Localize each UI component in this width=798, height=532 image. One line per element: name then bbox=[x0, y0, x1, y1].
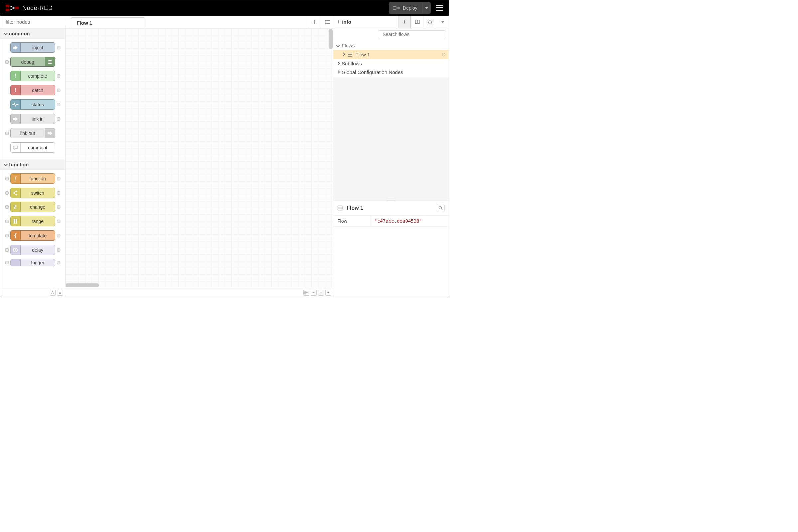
status-icon bbox=[11, 100, 21, 109]
function-icon: f bbox=[11, 174, 21, 183]
zoom-in-button[interactable]: + bbox=[325, 290, 331, 296]
node-function[interactable]: f function bbox=[10, 173, 55, 184]
deploy-icon bbox=[393, 6, 400, 10]
palette-footer bbox=[0, 288, 65, 297]
list-icon bbox=[324, 20, 330, 24]
caret-down-icon bbox=[441, 21, 444, 23]
svg-rect-22 bbox=[326, 23, 330, 24]
sidebar-btn-debug[interactable] bbox=[423, 16, 436, 28]
flow-icon bbox=[347, 52, 353, 57]
bug-icon bbox=[427, 19, 433, 25]
node-link-out[interactable]: link out bbox=[10, 128, 55, 138]
change-icon bbox=[11, 202, 21, 212]
palette-category-function-body: f function switch bbox=[0, 170, 65, 273]
node-link-in[interactable]: link in bbox=[10, 114, 55, 124]
zoom-reset-button[interactable]: ○ bbox=[318, 290, 324, 296]
app-header: Node-RED Deploy bbox=[0, 0, 449, 16]
svg-rect-1 bbox=[6, 8, 10, 11]
node-status[interactable]: status bbox=[10, 99, 55, 110]
search-icon bbox=[439, 206, 442, 210]
tree-global-config[interactable]: Global Configuration Nodes bbox=[334, 68, 449, 77]
palette-collapse-down-button[interactable] bbox=[57, 290, 63, 296]
palette-filter-input[interactable] bbox=[4, 19, 69, 25]
deploy-button[interactable]: Deploy bbox=[389, 2, 422, 14]
book-icon bbox=[415, 20, 420, 24]
navigator-button[interactable] bbox=[303, 290, 309, 296]
add-flow-button[interactable]: + bbox=[308, 16, 321, 28]
sidebar: i info i bbox=[334, 16, 449, 297]
deploy-label: Deploy bbox=[403, 5, 417, 11]
palette-search bbox=[0, 16, 65, 28]
flow-canvas[interactable] bbox=[65, 28, 333, 297]
sidebar-detail-header: Flow 1 bbox=[334, 201, 449, 216]
canvas-horizontal-scrollbar[interactable] bbox=[66, 283, 333, 287]
svg-rect-2 bbox=[15, 7, 19, 9]
node-comment[interactable]: comment bbox=[10, 142, 55, 153]
svg-point-19 bbox=[324, 21, 325, 22]
tree-flow1[interactable]: Flow 1 bbox=[334, 50, 449, 59]
sidebar-detail-title: Flow 1 bbox=[347, 205, 363, 211]
sidebar-search-input[interactable] bbox=[383, 32, 441, 37]
svg-rect-12 bbox=[48, 61, 52, 62]
svg-rect-18 bbox=[326, 20, 330, 21]
node-catch[interactable]: ! catch bbox=[10, 85, 55, 95]
chevron-down-icon bbox=[4, 31, 7, 36]
node-inject[interactable]: inject bbox=[10, 42, 55, 53]
zoom-out-button[interactable]: − bbox=[310, 290, 317, 296]
logo-area: Node-RED bbox=[6, 4, 53, 12]
sidebar-splitter[interactable] bbox=[334, 198, 449, 201]
deploy-menu-caret[interactable] bbox=[422, 2, 431, 14]
sidebar-btn-help[interactable] bbox=[411, 16, 423, 28]
svg-point-27 bbox=[439, 207, 441, 209]
app-title: Node-RED bbox=[22, 5, 53, 12]
chevron-down-icon bbox=[337, 42, 340, 48]
node-change[interactable]: change bbox=[10, 202, 55, 212]
node-template[interactable]: { template bbox=[10, 230, 55, 241]
sidebar-detail-search-button[interactable] bbox=[437, 204, 444, 212]
svg-rect-0 bbox=[6, 5, 10, 7]
flow-icon bbox=[337, 206, 344, 211]
comment-icon bbox=[11, 142, 21, 152]
node-complete[interactable]: ! complete bbox=[10, 71, 55, 81]
tree-subflows[interactable]: Subflows bbox=[334, 59, 449, 68]
svg-rect-5 bbox=[398, 7, 400, 8]
palette-category-common-body: inject debug ! complete bbox=[0, 39, 65, 159]
node-delay[interactable]: delay bbox=[10, 245, 55, 255]
range-icon bbox=[11, 216, 21, 226]
sidebar-search-row bbox=[334, 28, 449, 40]
list-flows-button[interactable] bbox=[321, 16, 333, 28]
chevron-right-icon bbox=[337, 70, 340, 75]
sidebar-btn-info[interactable]: i bbox=[398, 16, 411, 28]
hamburger-icon bbox=[436, 5, 443, 11]
sidebar-detail-row-flowid: Flow "c47acc.dea04538" bbox=[334, 216, 449, 227]
template-icon: { bbox=[11, 231, 21, 241]
nodered-logo-icon bbox=[6, 4, 19, 12]
info-icon: i bbox=[338, 19, 340, 25]
svg-point-17 bbox=[324, 20, 325, 21]
chevron-right-icon bbox=[342, 52, 345, 57]
caret-down-icon bbox=[425, 7, 428, 9]
palette-collapse-up-button[interactable] bbox=[50, 290, 56, 296]
palette-category-function[interactable]: function bbox=[0, 159, 65, 170]
svg-rect-11 bbox=[48, 60, 52, 61]
main-menu-button[interactable] bbox=[434, 2, 445, 14]
canvas-vertical-scrollbar[interactable] bbox=[328, 29, 332, 217]
delay-icon bbox=[11, 245, 21, 255]
node-range[interactable]: range bbox=[10, 216, 55, 226]
svg-rect-3 bbox=[393, 6, 396, 7]
link-in-icon bbox=[11, 114, 21, 124]
node-debug[interactable]: debug bbox=[10, 57, 55, 67]
alert-icon: ! bbox=[11, 71, 21, 81]
sidebar-tree: Flows Flow 1 Subflows Global Configurati… bbox=[334, 40, 449, 77]
svg-rect-6 bbox=[436, 5, 443, 6]
debug-icon bbox=[45, 57, 55, 66]
palette-category-common[interactable]: common bbox=[0, 28, 65, 39]
node-switch[interactable]: switch bbox=[10, 188, 55, 198]
sidebar-btn-more[interactable] bbox=[436, 16, 449, 28]
tree-flows[interactable]: Flows bbox=[334, 41, 449, 50]
workspace-tab-flow1[interactable]: Flow 1 bbox=[71, 17, 144, 28]
node-trigger[interactable]: trigger bbox=[10, 259, 55, 266]
detail-value-flowid[interactable]: "c47acc.dea04538" bbox=[370, 216, 449, 226]
sidebar-tab-info[interactable]: i info bbox=[334, 16, 398, 28]
svg-rect-14 bbox=[14, 219, 15, 224]
